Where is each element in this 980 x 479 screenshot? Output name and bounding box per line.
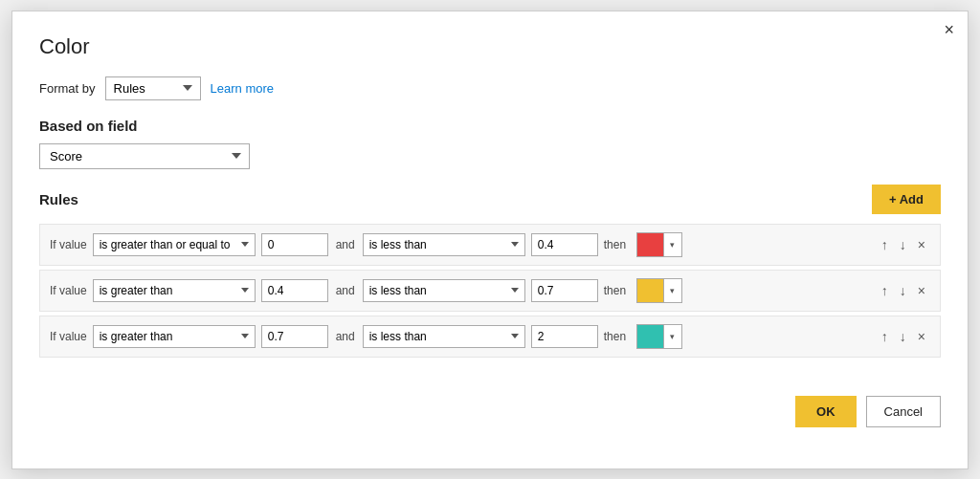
color-swatch-2 xyxy=(637,325,664,348)
move-down-button-2[interactable]: ↓ xyxy=(895,327,911,346)
value2-input-2[interactable] xyxy=(531,325,598,348)
color-dropdown-icon-1[interactable]: ▾ xyxy=(664,279,681,302)
rule-row: If value is greater than or equal tois g… xyxy=(39,316,941,358)
rule-row: If value is greater than or equal tois g… xyxy=(39,224,941,266)
condition1-select-0[interactable]: is greater than or equal tois greater th… xyxy=(93,233,256,256)
dialog-title: Color xyxy=(39,34,941,59)
if-label-2: If value xyxy=(50,330,87,343)
rule-actions-2: ↑ ↓ × xyxy=(877,327,930,346)
delete-rule-button-1[interactable]: × xyxy=(913,281,930,300)
value2-input-1[interactable] xyxy=(531,279,598,302)
then-label-2: then xyxy=(604,330,631,343)
color-picker-1[interactable]: ▾ xyxy=(636,278,682,303)
color-picker-0[interactable]: ▾ xyxy=(636,232,682,257)
move-up-button-1[interactable]: ↑ xyxy=(877,281,893,300)
condition2-select-1[interactable]: is greater than or equal tois greater th… xyxy=(363,279,525,302)
value1-input-0[interactable] xyxy=(261,233,328,256)
and-label-2: and xyxy=(334,330,357,343)
move-up-button-2[interactable]: ↑ xyxy=(877,327,893,346)
format-row: Format by Rules Color scale Field value … xyxy=(39,76,941,100)
value1-input-2[interactable] xyxy=(261,325,328,348)
value2-input-0[interactable] xyxy=(531,233,598,256)
move-down-button-1[interactable]: ↓ xyxy=(895,281,911,300)
add-rule-button[interactable]: + Add xyxy=(872,185,941,214)
format-by-label: Format by xyxy=(39,81,96,96)
color-dropdown-icon-0[interactable]: ▾ xyxy=(664,233,681,256)
color-picker-2[interactable]: ▾ xyxy=(636,324,682,349)
then-label-1: then xyxy=(604,284,631,297)
rules-container: If value is greater than or equal tois g… xyxy=(39,224,941,358)
color-swatch-0 xyxy=(637,233,664,256)
rule-row: If value is greater than or equal tois g… xyxy=(39,270,941,312)
rule-actions-0: ↑ ↓ × xyxy=(877,235,930,254)
condition1-select-1[interactable]: is greater than or equal tois greater th… xyxy=(93,279,256,302)
rule-actions-1: ↑ ↓ × xyxy=(877,281,930,300)
rules-label: Rules xyxy=(39,191,78,207)
based-on-field-label: Based on field xyxy=(39,118,941,134)
footer: OK Cancel xyxy=(39,396,941,427)
color-dropdown-icon-2[interactable]: ▾ xyxy=(664,325,681,348)
if-label-1: If value xyxy=(50,284,87,297)
color-dialog: × Color Format by Rules Color scale Fiel… xyxy=(11,11,969,469)
delete-rule-button-2[interactable]: × xyxy=(913,327,930,346)
move-up-button-0[interactable]: ↑ xyxy=(877,235,893,254)
field-select[interactable]: Score xyxy=(39,143,250,169)
close-button[interactable]: × xyxy=(944,21,954,38)
value1-input-1[interactable] xyxy=(261,279,328,302)
and-label-1: and xyxy=(334,284,357,297)
move-down-button-0[interactable]: ↓ xyxy=(895,235,911,254)
format-by-select[interactable]: Rules Color scale Field value xyxy=(105,76,201,100)
rules-header: Rules + Add xyxy=(39,185,941,214)
color-swatch-1 xyxy=(637,279,664,302)
condition2-select-2[interactable]: is greater than or equal tois greater th… xyxy=(363,325,525,348)
condition1-select-2[interactable]: is greater than or equal tois greater th… xyxy=(93,325,256,348)
then-label-0: then xyxy=(604,238,631,251)
cancel-button[interactable]: Cancel xyxy=(866,396,941,427)
condition2-select-0[interactable]: is greater than or equal tois greater th… xyxy=(363,233,525,256)
ok-button[interactable]: OK xyxy=(795,396,857,427)
learn-more-link[interactable]: Learn more xyxy=(211,81,274,96)
delete-rule-button-0[interactable]: × xyxy=(913,235,930,254)
if-label-0: If value xyxy=(50,238,87,251)
and-label-0: and xyxy=(334,238,357,251)
